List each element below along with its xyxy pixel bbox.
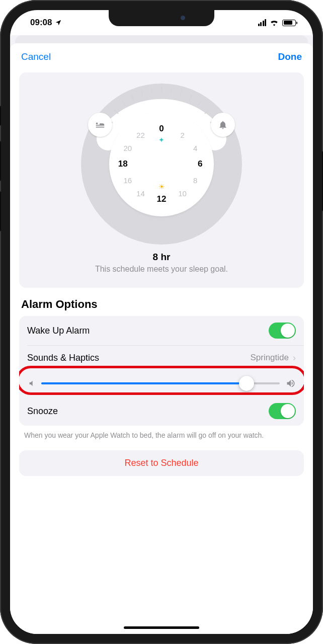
volume-down-button (0, 191, 1, 231)
reset-to-schedule-label: Reset to Schedule (124, 458, 198, 468)
sounds-haptics-label: Sounds & Haptics (27, 353, 250, 363)
hour-16: 16 (123, 176, 132, 185)
bed-icon (95, 119, 106, 130)
hour-10: 10 (178, 189, 187, 197)
screen: 09:08 Cancel Done (10, 10, 313, 634)
snooze-label: Snooze (27, 406, 269, 417)
sleep-duration: 8 hr (28, 252, 295, 263)
chevron-right-icon: › (293, 353, 296, 363)
volume-up-button (0, 141, 1, 181)
svg-line-5 (131, 95, 134, 100)
bedtime-handle[interactable] (88, 113, 112, 137)
svg-line-3 (141, 90, 143, 96)
wifi-icon (270, 19, 279, 26)
hour-6: 6 (198, 159, 202, 169)
volume-slider-thumb[interactable] (239, 376, 254, 391)
sleep-dial-card: 0 2 4 6 8 10 12 14 16 18 20 22 ✦ ☀ (19, 72, 304, 288)
battery-icon (282, 20, 296, 26)
hour-0: 0 (159, 124, 164, 134)
hour-18: 18 (118, 159, 128, 169)
home-indicator[interactable] (124, 626, 199, 629)
volume-low-icon (27, 379, 35, 387)
volume-slider-row (19, 370, 304, 396)
bell-icon (218, 120, 228, 130)
hour-8: 8 (193, 176, 197, 185)
hour-4: 4 (193, 144, 197, 152)
sun-icon: ☀ (158, 183, 165, 191)
hour-20: 20 (123, 144, 132, 152)
svg-line-4 (180, 90, 182, 96)
sleep-dial[interactable]: 0 2 4 6 8 10 12 14 16 18 20 22 ✦ ☀ (81, 84, 242, 245)
reset-to-schedule-button[interactable]: Reset to Schedule (19, 450, 304, 476)
nav-bar: Cancel Done (10, 43, 313, 67)
svg-line-9 (114, 110, 118, 114)
svg-line-1 (151, 88, 152, 94)
hour-12: 12 (157, 194, 167, 204)
alarm-options-title: Alarm Options (21, 298, 302, 311)
hour-2: 2 (180, 131, 184, 139)
svg-line-10 (205, 110, 209, 114)
wake-up-alarm-label: Wake Up Alarm (27, 326, 269, 336)
wake-up-alarm-row[interactable]: Wake Up Alarm (19, 316, 304, 345)
wake-handle[interactable] (211, 113, 235, 137)
sounds-haptics-value: Springtide (250, 353, 289, 363)
volume-high-icon (286, 378, 296, 388)
stars-icon: ✦ (158, 136, 165, 144)
cancel-button[interactable]: Cancel (21, 51, 51, 62)
svg-line-6 (189, 95, 192, 100)
cellular-icon (258, 19, 267, 26)
done-button[interactable]: Done (278, 51, 302, 62)
mute-switch (0, 106, 1, 126)
svg-line-8 (197, 101, 201, 106)
hour-22: 22 (136, 131, 145, 139)
modal-sheet: Cancel Done (10, 43, 313, 634)
sleep-duration-subtitle: This schedule meets your sleep goal. (28, 265, 295, 274)
sounds-haptics-row[interactable]: Sounds & Haptics Springtide › (19, 345, 304, 370)
snooze-row[interactable]: Snooze (19, 396, 304, 426)
hour-14: 14 (136, 189, 145, 197)
device-frame: 09:08 Cancel Done (0, 0, 323, 644)
svg-line-7 (122, 101, 126, 106)
volume-slider[interactable] (41, 376, 280, 390)
alarm-options-list: Wake Up Alarm Sounds & Haptics Springtid… (19, 316, 304, 426)
snooze-toggle[interactable] (269, 403, 296, 419)
footer-text: When you wear your Apple Watch to bed, t… (24, 431, 299, 440)
status-time: 09:08 (30, 18, 52, 28)
wake-up-alarm-toggle[interactable] (269, 323, 296, 339)
location-icon (55, 19, 62, 26)
status-bar: 09:08 (10, 10, 313, 35)
svg-line-2 (171, 88, 172, 94)
